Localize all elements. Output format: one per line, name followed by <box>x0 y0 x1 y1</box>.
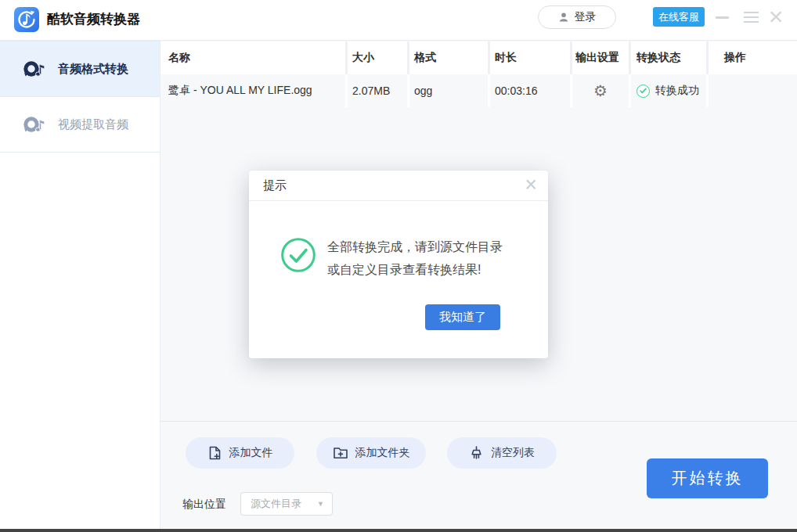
column-header-size: 大小 <box>348 41 407 74</box>
action-cell <box>709 74 797 107</box>
column-header-action: 操作 <box>709 41 797 74</box>
audio-convert-icon <box>22 59 45 79</box>
clear-list-button[interactable]: 清空列表 <box>447 437 557 469</box>
sidebar: 音频格式转换 视频提取音频 <box>0 41 160 529</box>
dialog-message-line1: 全部转换完成，请到源文件目录 <box>327 235 503 258</box>
column-header-name: 名称 <box>160 41 345 74</box>
menu-button[interactable] <box>739 0 763 34</box>
add-folder-label: 添加文件夹 <box>355 446 410 460</box>
column-header-status: 转换状态 <box>631 41 706 74</box>
add-file-label: 添加文件 <box>229 446 273 460</box>
gear-icon[interactable]: ⚙ <box>593 83 608 99</box>
output-location-label: 输出位置 <box>182 493 226 516</box>
title-bar: 酷软音频转换器 登录 在线客服 × <box>0 0 797 41</box>
video-extract-audio-icon <box>22 114 45 135</box>
success-check-icon <box>637 84 650 98</box>
minimize-icon <box>716 16 729 19</box>
footer-divider <box>160 421 797 422</box>
status-badge: 转换成功 <box>655 84 699 98</box>
table-row: 鹭卓 - YOU ALL MY LIFE.ogg 2.07MB ogg 00:0… <box>160 74 797 107</box>
app-logo-icon <box>14 7 39 32</box>
start-convert-button[interactable]: 开始转换 <box>647 458 768 498</box>
broom-icon <box>469 445 484 461</box>
dialog-message-line2: 或自定义目录查看转换结果! <box>327 258 503 281</box>
login-button[interactable]: 登录 <box>538 5 616 29</box>
minimize-button[interactable] <box>711 0 733 34</box>
completion-dialog: 提示 × 全部转换完成，请到源文件目录 或自定义目录查看转换结果! 我知道了 <box>249 171 548 358</box>
close-window-button[interactable]: × <box>763 0 789 34</box>
bottom-edge-strip <box>0 529 797 532</box>
dialog-title: 提示 <box>263 178 287 193</box>
sidebar-item-label: 视频提取音频 <box>58 117 128 132</box>
dialog-close-icon[interactable]: × <box>525 174 537 196</box>
output-location-dropdown[interactable]: 源文件目录 ▼ <box>240 492 333 516</box>
sidebar-item-audio-format-convert[interactable]: 音频格式转换 <box>0 41 160 97</box>
clear-list-label: 清空列表 <box>491 446 535 460</box>
sidebar-item-label: 音频格式转换 <box>58 62 128 77</box>
caret-down-icon: ▼ <box>317 500 324 508</box>
add-folder-button[interactable]: 添加文件夹 <box>316 437 426 469</box>
dialog-message: 全部转换完成，请到源文件目录 或自定义目录查看转换结果! <box>327 235 503 281</box>
file-name-cell: 鹭卓 - YOU ALL MY LIFE.ogg <box>160 74 345 107</box>
file-size-cell: 2.07MB <box>348 74 407 107</box>
close-icon: × <box>769 4 784 29</box>
output-location-value: 源文件目录 <box>251 497 301 511</box>
sidebar-item-video-extract-audio[interactable]: 视频提取音频 <box>0 97 160 153</box>
output-settings-cell: ⚙ <box>572 74 629 107</box>
status-cell: 转换成功 <box>631 74 706 107</box>
column-header-duration: 时长 <box>490 41 570 74</box>
add-file-button[interactable]: 添加文件 <box>186 437 294 469</box>
app-window: 酷软音频转换器 登录 在线客服 × <box>0 0 797 532</box>
dialog-header: 提示 × <box>249 171 548 201</box>
table-header-row: 名称 大小 格式 时长 输出设置 转换状态 操作 <box>160 41 797 74</box>
dialog-body: 全部转换完成，请到源文件目录 或自定义目录查看转换结果! 我知道了 <box>249 201 548 358</box>
hamburger-menu-icon <box>744 12 759 23</box>
folder-plus-icon <box>333 446 348 460</box>
file-duration-cell: 00:03:16 <box>490 74 570 107</box>
online-support-label: 在线客服 <box>658 10 699 24</box>
login-label: 登录 <box>575 10 597 24</box>
confirm-button[interactable]: 我知道了 <box>425 304 500 330</box>
file-plus-icon <box>207 445 222 461</box>
user-icon <box>558 12 569 23</box>
success-circle-check-icon <box>280 237 316 276</box>
column-header-format: 格式 <box>409 41 488 74</box>
file-format-cell: ogg <box>409 74 488 107</box>
app-title: 酷软音频转换器 <box>47 0 140 39</box>
online-support-button[interactable]: 在线客服 <box>653 7 705 27</box>
column-header-output-settings: 输出设置 <box>572 41 629 74</box>
